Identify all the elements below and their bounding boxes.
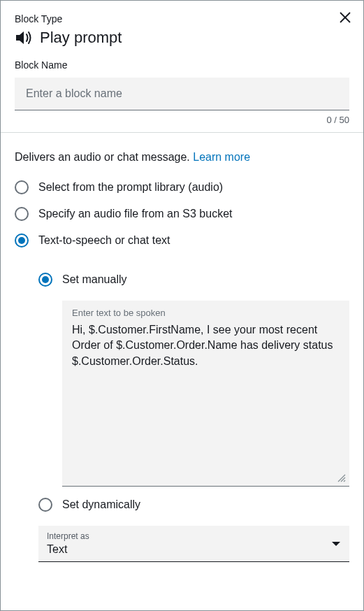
radio-label: Specify an audio file from an S3 bucket xyxy=(38,208,233,220)
radio-option-tts[interactable]: Text-to-speech or chat text xyxy=(15,233,349,247)
speaker-icon xyxy=(15,30,33,45)
description-text: Delivers an audio or chat message. xyxy=(15,151,193,163)
radio-label: Set manually xyxy=(62,273,127,286)
char-counter: 0 / 50 xyxy=(15,115,349,125)
radio-icon xyxy=(15,180,29,194)
block-type-label: Block Type xyxy=(15,13,349,24)
tts-sub-section: Set manually Enter text to be spoken xyxy=(38,273,349,562)
prompt-text-wrapper: Enter text to be spoken xyxy=(62,301,349,487)
radio-icon-selected xyxy=(38,273,52,287)
svg-line-4 xyxy=(344,480,345,482)
radio-option-s3-audio[interactable]: Specify an audio file from an S3 bucket xyxy=(15,207,349,221)
learn-more-link[interactable]: Learn more xyxy=(193,151,250,163)
title-row: Play prompt xyxy=(15,29,349,47)
prompt-textarea-container: Enter text to be spoken xyxy=(62,301,349,487)
block-title: Play prompt xyxy=(40,29,122,47)
dropdown-value: Text xyxy=(47,543,341,556)
chevron-down-icon xyxy=(331,540,341,547)
textarea-placeholder-label: Enter text to be spoken xyxy=(71,308,341,318)
prompt-textarea[interactable] xyxy=(71,321,341,480)
radio-option-set-dynamically[interactable]: Set dynamically xyxy=(38,498,349,512)
svg-line-3 xyxy=(341,477,345,482)
radio-label: Text-to-speech or chat text xyxy=(38,234,170,247)
dropdown-label: Interpret as xyxy=(47,531,341,541)
radio-option-prompt-library[interactable]: Select from the prompt library (audio) xyxy=(15,180,349,194)
interpret-as-dropdown[interactable]: Interpret as Text xyxy=(38,526,349,562)
description: Delivers an audio or chat message. Learn… xyxy=(15,151,349,164)
radio-label: Set dynamically xyxy=(62,498,140,511)
radio-label: Select from the prompt library (audio) xyxy=(38,181,223,194)
block-name-label: Block Name xyxy=(15,59,349,71)
block-config-panel: Block Type Play prompt Block Name 0 / 50… xyxy=(0,0,364,611)
prompt-source-radio-group: Select from the prompt library (audio) S… xyxy=(15,180,349,562)
radio-option-set-manually[interactable]: Set manually xyxy=(38,273,349,287)
radio-icon xyxy=(15,207,29,221)
block-name-input[interactable] xyxy=(15,78,349,110)
panel-body: Delivers an audio or chat message. Learn… xyxy=(1,133,363,569)
panel-header: Block Type Play prompt Block Name 0 / 50 xyxy=(1,1,363,132)
radio-icon-selected xyxy=(15,233,29,247)
close-button[interactable] xyxy=(337,9,354,26)
close-icon xyxy=(339,11,351,24)
interpret-as-section: Interpret as Text xyxy=(38,526,349,562)
radio-icon xyxy=(38,498,52,512)
